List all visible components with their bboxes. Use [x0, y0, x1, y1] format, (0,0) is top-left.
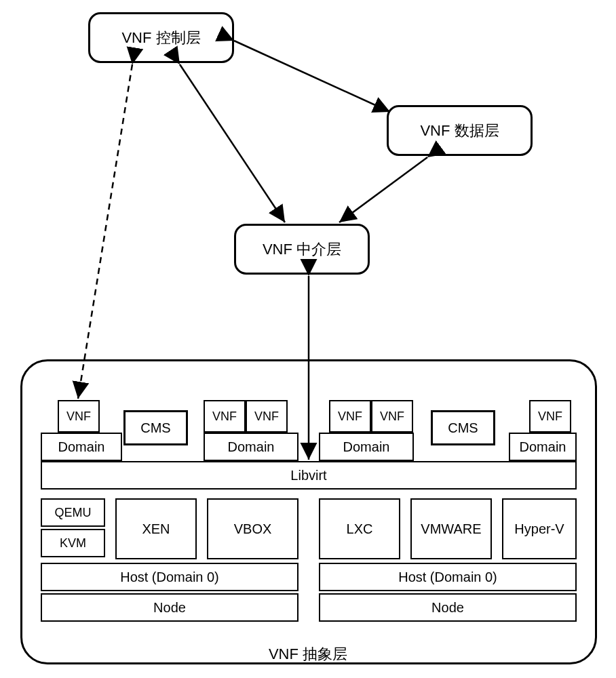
arrow-data-mediator: [339, 157, 427, 222]
arrow-control-vnf-dashed: [78, 64, 132, 399]
arrows-layer: [0, 0, 616, 678]
arrow-control-mediator: [180, 64, 285, 222]
arrow-control-data: [234, 41, 390, 112]
